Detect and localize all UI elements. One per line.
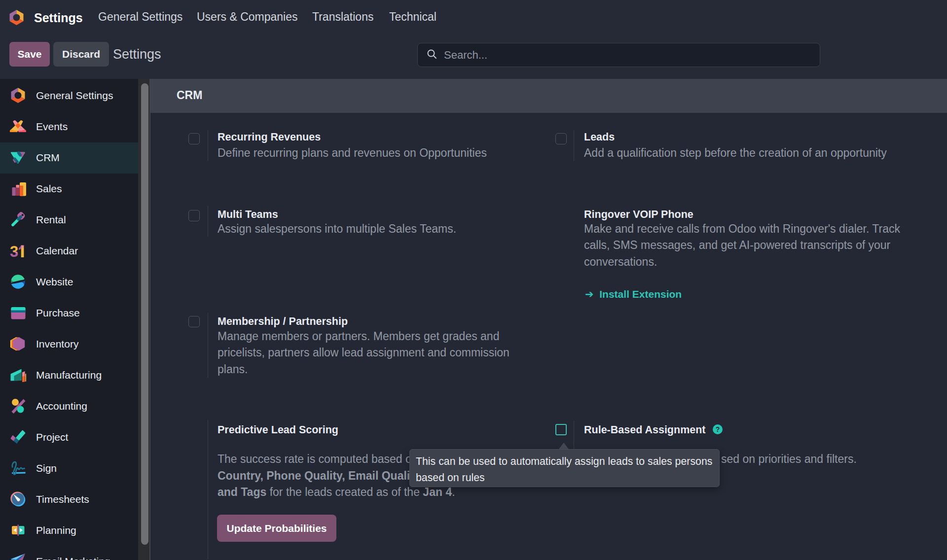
svg-text:3: 3 — [10, 243, 18, 259]
svg-text:?: ? — [716, 425, 720, 433]
